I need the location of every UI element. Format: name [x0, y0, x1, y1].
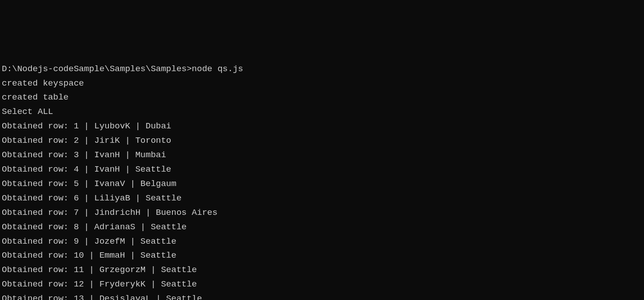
data-row: Obtained row: 3 | IvanH | Mumbai [2, 148, 644, 163]
terminal-output: D:\Nodejs-codeSample\Samples\Samples>nod… [2, 62, 644, 300]
data-row: Obtained row: 6 | LiliyaB | Seattle [2, 191, 644, 206]
data-row: Obtained row: 2 | JiriK | Toronto [2, 134, 644, 148]
data-row: Obtained row: 9 | JozefM | Seattle [2, 235, 644, 249]
data-row: Obtained row: 7 | JindrichH | Buenos Air… [2, 206, 644, 220]
output-line: Select ALL [2, 105, 644, 119]
data-row: Obtained row: 11 | GrzegorzM | Seattle [2, 263, 644, 277]
data-row: Obtained row: 10 | EmmaH | Seattle [2, 249, 644, 263]
data-row: Obtained row: 4 | IvanH | Seattle [2, 163, 644, 177]
output-line: created keyspace [2, 77, 644, 91]
command-line: D:\Nodejs-codeSample\Samples\Samples>nod… [2, 62, 644, 77]
data-row: Obtained row: 1 | LyubovK | Dubai [2, 119, 644, 134]
data-row: Obtained row: 5 | IvanaV | Belgaum [2, 177, 644, 191]
output-line: created table [2, 91, 644, 105]
data-row: Obtained row: 13 | DesislavaL | Seattle [2, 292, 644, 300]
data-row: Obtained row: 12 | FryderykK | Seattle [2, 277, 644, 292]
data-row: Obtained row: 8 | AdrianaS | Seattle [2, 220, 644, 235]
